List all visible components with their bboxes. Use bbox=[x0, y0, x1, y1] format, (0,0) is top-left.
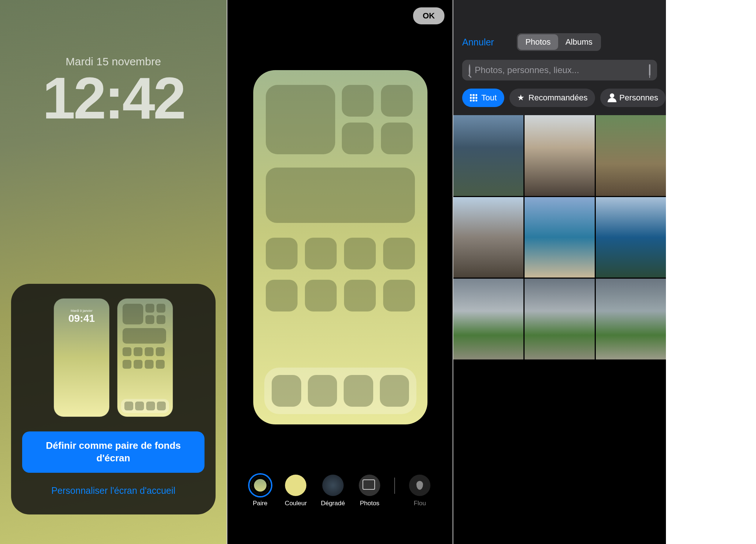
search-input[interactable]: Photos, personnes, lieux... bbox=[462, 60, 657, 80]
mini-app-icon bbox=[146, 402, 155, 410]
mini-app-icon bbox=[156, 347, 165, 356]
photo-thumbnail[interactable] bbox=[453, 197, 523, 278]
photo-thumbnail[interactable] bbox=[453, 279, 523, 359]
mini-app-icon bbox=[134, 347, 142, 356]
app-placeholder bbox=[266, 238, 298, 269]
mini-app-icon bbox=[156, 360, 165, 369]
tool-photos[interactable]: Photos bbox=[359, 475, 380, 507]
filter-recommended[interactable]: ★ Recommandées bbox=[509, 89, 595, 107]
gradient-swatch-icon bbox=[322, 475, 344, 496]
wallpaper-previews: Mardi 9 janvier 09:41 bbox=[22, 299, 205, 417]
paire-swatch-icon bbox=[250, 475, 271, 496]
photos-icon bbox=[359, 475, 380, 496]
tool-couleur[interactable]: Couleur bbox=[285, 475, 307, 507]
tool-paire[interactable]: Paire bbox=[250, 475, 271, 507]
filter-label: Recommandées bbox=[529, 93, 588, 103]
tool-degrade[interactable]: Dégradé bbox=[321, 475, 345, 507]
widget-wide-placeholder bbox=[266, 168, 415, 223]
home-screen-editor-panel: OK bbox=[227, 0, 453, 544]
mini-time: 09:41 bbox=[54, 313, 109, 324]
mini-dock bbox=[121, 399, 169, 413]
cancel-button[interactable]: Annuler bbox=[462, 37, 494, 48]
photo-thumbnail[interactable] bbox=[596, 115, 666, 196]
lock-screen-panel: Mardi 15 novembre 12:42 Mardi 9 janvier … bbox=[0, 0, 227, 544]
app-placeholder bbox=[308, 375, 337, 407]
mini-app-icon bbox=[145, 315, 154, 324]
home-preview bbox=[253, 70, 427, 424]
mini-app-icon bbox=[157, 402, 166, 410]
mini-app-icon bbox=[145, 360, 154, 369]
search-placeholder: Photos, personnes, lieux... bbox=[475, 65, 579, 75]
widget-placeholder bbox=[266, 85, 335, 154]
mini-app-icon bbox=[123, 360, 131, 369]
microphone-icon[interactable] bbox=[649, 65, 650, 75]
mini-app-icon bbox=[134, 360, 142, 369]
mini-app-icon bbox=[157, 304, 165, 313]
app-placeholder bbox=[381, 85, 413, 117]
mini-home-grid bbox=[117, 299, 173, 374]
mini-widget-wide bbox=[123, 328, 166, 344]
app-placeholder bbox=[344, 375, 373, 407]
app-placeholder bbox=[383, 238, 415, 269]
photo-thumbnail[interactable] bbox=[596, 197, 666, 278]
app-placeholder bbox=[342, 85, 374, 117]
filter-label: Personnes bbox=[619, 93, 658, 103]
toolbar-separator bbox=[394, 478, 395, 494]
picker-header: Annuler Photos Albums Photos, personnes,… bbox=[453, 0, 666, 115]
set-as-pair-button[interactable]: Définir comme paire de fonds d'écran bbox=[22, 431, 205, 473]
filter-all[interactable]: Tout bbox=[462, 89, 504, 107]
tool-label: Paire bbox=[253, 500, 268, 507]
star-icon: ★ bbox=[517, 94, 525, 102]
tool-label: Photos bbox=[360, 500, 379, 507]
photo-thumbnail[interactable] bbox=[596, 279, 666, 359]
app-placeholder bbox=[344, 238, 376, 269]
photo-thumbnail[interactable] bbox=[525, 197, 595, 278]
tool-label: Flou bbox=[414, 500, 426, 507]
picker-segmented-control: Photos Albums bbox=[517, 33, 601, 51]
app-placeholder bbox=[342, 123, 374, 154]
mini-app-icon bbox=[123, 347, 131, 356]
filter-people[interactable]: Personnes bbox=[600, 89, 666, 107]
app-placeholder bbox=[344, 280, 376, 311]
mini-app-icon bbox=[157, 315, 165, 324]
app-placeholder bbox=[380, 375, 409, 407]
app-placeholder bbox=[272, 375, 301, 407]
app-placeholder bbox=[381, 123, 413, 154]
dock-placeholder bbox=[264, 368, 416, 414]
tab-albums[interactable]: Albums bbox=[558, 34, 600, 50]
ok-button[interactable]: OK bbox=[413, 7, 444, 24]
mini-app-icon bbox=[124, 402, 133, 410]
filter-label: Tout bbox=[481, 93, 497, 103]
photo-grid bbox=[453, 115, 666, 359]
photo-thumbnail[interactable] bbox=[525, 115, 595, 196]
tool-label: Couleur bbox=[285, 500, 307, 507]
app-placeholder bbox=[383, 280, 415, 311]
mini-app-icon bbox=[145, 347, 154, 356]
mini-app-icon bbox=[145, 304, 154, 313]
color-swatch-icon bbox=[285, 475, 306, 496]
blur-icon bbox=[409, 475, 430, 496]
app-placeholder bbox=[266, 280, 298, 311]
mini-widget bbox=[123, 304, 143, 324]
photo-picker-panel: Annuler Photos Albums Photos, personnes,… bbox=[453, 0, 666, 544]
photo-thumbnail[interactable] bbox=[525, 279, 595, 359]
person-icon bbox=[608, 94, 616, 102]
search-icon bbox=[469, 65, 470, 75]
customize-home-link[interactable]: Personnaliser l'écran d'accueil bbox=[22, 485, 205, 496]
tab-photos[interactable]: Photos bbox=[518, 34, 558, 50]
tool-label: Dégradé bbox=[321, 500, 345, 507]
lock-time: 12:42 bbox=[0, 64, 227, 132]
app-placeholder bbox=[305, 280, 337, 311]
tool-flou[interactable]: Flou bbox=[409, 475, 430, 507]
app-placeholder bbox=[305, 238, 337, 269]
lock-screen-preview[interactable]: Mardi 9 janvier 09:41 bbox=[54, 299, 109, 417]
mini-date: Mardi 9 janvier bbox=[54, 309, 109, 313]
grid-icon bbox=[470, 94, 478, 102]
photo-thumbnail[interactable] bbox=[453, 115, 523, 196]
filter-chips: Tout ★ Recommandées Personnes bbox=[462, 89, 657, 115]
background-toolbar: Paire Couleur Dégradé Photos Flou bbox=[227, 475, 453, 507]
home-screen-preview[interactable] bbox=[117, 299, 173, 417]
set-wallpaper-sheet: Mardi 9 janvier 09:41 bbox=[11, 284, 216, 514]
mini-app-icon bbox=[135, 402, 144, 410]
